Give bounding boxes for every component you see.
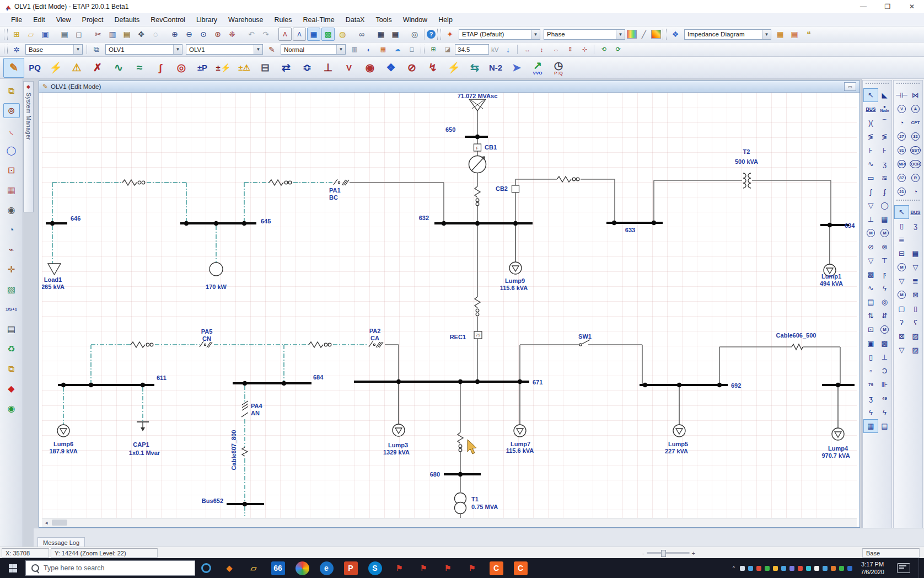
ac-element-30[interactable]: ▤ [863,295,878,309]
dc-element-18[interactable]: ⊠ [894,329,909,343]
dc-element-12[interactable]: M [894,288,909,302]
inst-element-2[interactable]: V [894,102,909,116]
ac-element-8[interactable]: ⊦ [863,143,878,157]
zoom-out-button[interactable]: - [642,550,644,556]
voltage-stability-mode-button[interactable]: V [339,58,359,78]
dc-element-21[interactable]: ▨ [908,343,923,357]
menu-project[interactable]: Project [77,15,109,25]
tray-icon-5[interactable] [781,566,786,571]
pin-app-4-taskbar-icon[interactable]: ⚑ [460,558,484,578]
scroll-left-icon[interactable]: ◂ [42,518,51,527]
star-auto-mode-button[interactable]: ◎ [171,58,192,78]
dc-element-20[interactable]: ▽ [894,343,909,357]
reliability-tree-icon[interactable]: ◉ [3,401,20,416]
etrax-mode-button[interactable]: ➤ [506,58,527,78]
tray-icon-1[interactable] [748,566,753,571]
kv-apply-icon[interactable]: ↓ [501,43,514,56]
ac-element-10[interactable]: ∿ [863,157,878,171]
minimize-button[interactable]: — [851,0,875,13]
sequence-operation-mode-button[interactable]: ↯ [422,58,443,78]
ac-element-22[interactable]: ⊘ [863,240,878,254]
ac-element-14[interactable]: ʃ [863,185,878,199]
toolbar-grip[interactable] [421,45,425,55]
ac-element-24[interactable]: ▽ [863,254,878,267]
config-combo[interactable]: Base▼ [25,44,83,55]
ac-element-11[interactable]: ʒ [877,157,892,171]
toolbar-grip[interactable] [437,29,441,40]
star-coordination-mode-button[interactable]: ʃ [150,58,171,78]
menu-rules[interactable]: Rules [269,15,298,25]
time-domain-mode-button[interactable]: ≎ [297,58,318,78]
insulation-mode-button[interactable]: ⚡ [443,58,464,78]
tray-icon-4[interactable] [773,566,778,571]
dc-arc-flash-mode-button[interactable]: ±⚠ [234,58,255,78]
diagram-type-combo[interactable]: Impedance Diagram▼ [684,29,771,40]
zoom-window-icon[interactable]: ⊙ [197,28,210,41]
ac-element-43[interactable]: ⊪ [877,378,892,392]
dc-element-14[interactable]: ▢ [894,302,909,315]
ac-element-2[interactable]: BUS [863,102,878,116]
document-restore-button[interactable]: ▭ [844,82,856,91]
menu-window[interactable]: Window [397,15,433,25]
n2-contingency-mode-button[interactable]: N-2 [485,58,506,78]
calculator-icon[interactable]: ▦ [374,28,388,41]
notes-icon[interactable]: ▤ [788,28,801,41]
zoom-slider[interactable] [647,552,690,554]
tray-icon-12[interactable] [839,566,844,571]
dc-element-0[interactable]: ↖ [894,205,909,219]
link-icon[interactable]: ∞ [355,28,368,41]
inst-element-4[interactable]: ◔ [894,116,909,130]
star-ms-icon[interactable]: ✛ [3,262,20,277]
ac-element-40[interactable]: ▫ [863,364,878,378]
theme-icon[interactable] [651,30,661,39]
ac-element-18[interactable]: ⊥ [863,212,878,226]
presentation-combo[interactable]: OLV1▼ [105,44,182,55]
ac-element-23[interactable]: ⊗ [877,240,892,254]
copy-icon[interactable]: ▥ [106,28,119,41]
project-view-icon[interactable]: ⧉ [3,83,20,98]
palette-drag-handle[interactable] [896,83,920,87]
dc-load-flow-mode-button[interactable]: ⇄ [276,58,297,78]
inst-element-7[interactable]: 32 [908,130,923,143]
taskbar-search[interactable]: Type here to search [25,560,195,576]
inst-element-0[interactable]: ⊣⊢ [894,88,909,102]
dc-element-6[interactable]: ⊟ [894,247,909,260]
ac-element-1[interactable]: ◣ [877,88,892,102]
pin-app-2-taskbar-icon[interactable]: ⚑ [411,558,436,578]
tray-icon-6[interactable] [789,566,794,571]
snapshot-icon[interactable]: ◻ [405,43,418,56]
ac-element-28[interactable]: ∿ [863,281,878,295]
maximize-button[interactable]: ❐ [875,0,900,13]
save-icon[interactable]: ▣ [39,28,52,41]
ground-grid-systems-icon[interactable]: ▦ [3,183,20,197]
ac-element-37[interactable]: ▩ [877,336,892,350]
tray-icon-13[interactable] [847,566,852,571]
ac-element-46[interactable]: ϟ [863,405,878,419]
menu-file[interactable]: File [6,15,28,25]
ac-element-42[interactable]: 79 [863,378,878,392]
ac-element-27[interactable]: ϝ [877,267,892,281]
comment-icon[interactable]: ❝ [802,28,815,41]
arc-flash-mode-button[interactable]: ⚠ [66,58,87,78]
brick-icon[interactable]: ▦ [377,43,390,56]
document-title-bar[interactable]: ✎ OLV1 (Edit Mode) ▭ [39,81,859,93]
new-icon[interactable]: ⊞ [10,28,23,41]
menu-edit[interactable]: Edit [28,15,51,25]
star-tcc-icon[interactable]: ◟ [3,123,20,138]
revision-combo[interactable]: Phase▼ [544,29,625,40]
chevron-down-icon[interactable]: ▼ [254,45,262,54]
palette-icon[interactable] [627,30,637,39]
align-h-icon[interactable]: ↔ [520,43,534,56]
ac-element-31[interactable]: ◎ [877,295,892,309]
powerpoint-taskbar-icon[interactable]: P [339,558,363,578]
ac-element-47[interactable]: ϟ [877,405,892,419]
kv-input[interactable] [455,44,489,55]
inst-element-3[interactable]: A [908,102,923,116]
ac-element-3[interactable]: Node [877,102,892,116]
dc-element-15[interactable]: ▯ [908,302,923,315]
scrollbar-thumb[interactable] [52,520,67,526]
ac-element-26[interactable]: ▩ [863,267,878,281]
system-manager-tab[interactable]: ◆ System Manager [23,81,34,212]
file-explorer-taskbar-icon[interactable]: ▱ [241,558,266,578]
message-log-tab[interactable]: Message Log [37,537,85,547]
